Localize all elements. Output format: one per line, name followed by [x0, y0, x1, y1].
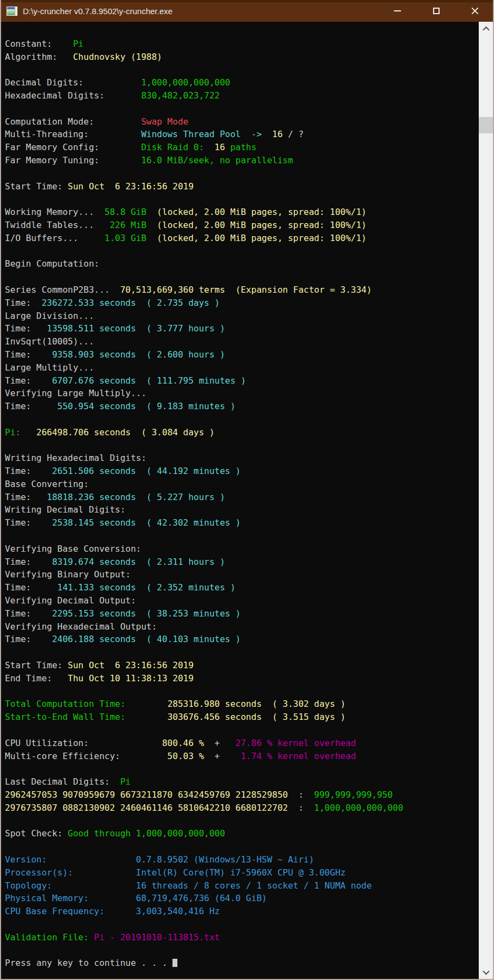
console-text-segment: 285316.980 seconds ( 3.302 days ) [126, 699, 346, 709]
close-button[interactable] [455, 0, 494, 22]
console-text-segment: 9358.903 seconds ( 2.600 hours ) [31, 349, 225, 360]
console-text-segment: Writing Hexadecimal Digits: [5, 453, 146, 463]
console-text-segment: paths [225, 142, 257, 152]
console-line [5, 245, 479, 258]
console-line: Time: 13598.511 seconds ( 3.777 hours ) [5, 322, 479, 335]
maximize-icon [433, 8, 440, 14]
console-text-segment: CPU Base Frequency: [5, 906, 104, 916]
console-app-icon[interactable] [7, 7, 17, 16]
console-text-segment: Disk Raid 0: [141, 142, 214, 152]
scroll-up-button[interactable] [479, 22, 493, 36]
console-text-segment: 2651.506 seconds ( 44.192 minutes ) [31, 466, 240, 476]
scroll-down-button[interactable] [479, 965, 493, 979]
console-text-segment: 58.8 GiB [104, 207, 146, 217]
console-text-segment: Time: [5, 517, 31, 528]
chevron-up-icon [483, 26, 490, 33]
close-icon [471, 7, 479, 15]
console-line: Time: 2295.153 seconds ( 38.253 minutes … [5, 607, 479, 620]
console-text-segment: Working Memory... [5, 207, 104, 217]
console-text-segment: Processor(s): [5, 867, 73, 878]
scrollbar[interactable] [479, 22, 493, 979]
console-text-segment: Multi-Threading: [5, 129, 141, 139]
console-line [5, 646, 479, 659]
console-text-segment: Verifying Decimal Output: [5, 595, 136, 606]
console-text-segment: End Time: [5, 673, 68, 683]
console-line: Validation File: Pi - 20191010-113815.tx… [5, 931, 479, 944]
console-text-segment: 68,719,476,736 (64.0 GiB) [89, 893, 267, 903]
console-text-segment: 141.133 seconds ( 2.352 minutes ) [31, 582, 236, 593]
console-text-segment: Pi - 20191010-113815.txt [94, 932, 220, 942]
console-line: 2976735807 0882130902 2460461146 5810642… [5, 802, 479, 815]
console-text-segment: Sun Oct 6 23:16:56 2019 [68, 181, 194, 192]
console-line: Far Memory Tuning: 16.0 MiB/seek, no par… [5, 154, 479, 167]
console-text-segment: Intel(R) Core(TM) i7-5960X CPU @ 3.00GHz [73, 867, 345, 878]
console-text-segment: (locked, 2.00 MiB pages, spread: 100%/1) [146, 220, 367, 230]
console-line [5, 815, 479, 828]
console-line: Start-to-End Wall Time: 303676.456 secon… [5, 711, 479, 724]
console-line: Multi-Threading: Windows Thread Pool -> … [5, 128, 479, 141]
console-line: Time: 9358.903 seconds ( 2.600 hours ) [5, 348, 479, 361]
console-text-segment: Time: [5, 582, 31, 593]
console-output: Constant: PiAlgorithm: Chudnovsky (1988)… [1, 22, 479, 979]
window-title: D:\y-cruncher v0.7.8.9502\y-cruncher.exe [23, 7, 378, 16]
console-line: Large Multiply... [5, 361, 479, 374]
console-text-segment: / ? [283, 129, 304, 139]
chevron-down-icon [483, 967, 490, 975]
console-text-segment: 800.46 % [89, 738, 204, 748]
console-text-segment: 50.03 % [120, 751, 204, 761]
console-text-segment: Spot Check: [5, 828, 68, 839]
console-line: Processor(s): Intel(R) Core(TM) i7-5960X… [5, 866, 479, 879]
console-text-segment: Large Division... [5, 311, 94, 321]
console-line: Physical Memory: 68,719,476,736 (64.0 Gi… [5, 892, 479, 905]
console-text-segment: 226 MiB [110, 220, 146, 230]
console-text-segment: Topology: [5, 880, 52, 891]
console-text-segment: : [288, 803, 314, 813]
console-line: Version: 0.7.8.9502 (Windows/13-HSW ~ Ai… [5, 853, 479, 866]
console-line [5, 63, 479, 76]
console-line: Multi-core Efficiency: 50.03 % + 1.74 % … [5, 750, 479, 763]
scrollbar-thumb[interactable] [479, 117, 493, 133]
console-line: Verifying Binary Output: [5, 568, 479, 581]
console-line: Time: 2538.145 seconds ( 42.302 minutes … [5, 516, 479, 529]
console-line: Large Division... [5, 310, 479, 323]
console-line: Series CommonP2B3... 70,513,669,360 term… [5, 283, 479, 297]
console-text-segment: 2962457053 9070959679 6673211870 6342459… [5, 790, 288, 800]
console-text-segment: Physical Memory: [5, 893, 89, 903]
console-line: Time: 2651.506 seconds ( 44.192 minutes … [5, 465, 479, 478]
minimize-button[interactable] [378, 0, 417, 22]
console-text-segment: Time: [5, 466, 31, 476]
console-text-segment: 2538.145 seconds ( 42.302 minutes ) [31, 517, 240, 528]
console-text-segment: Twiddle Tables... [5, 220, 110, 230]
console-line: Constant: Pi [5, 38, 479, 51]
console-text-segment: Large Multiply... [5, 362, 94, 373]
console-text-segment: 18818.236 seconds ( 5.227 hours ) [31, 492, 225, 502]
console-text-segment: 70,513,669,360 terms (Expansion Factor =… [120, 285, 372, 295]
console-line: Computation Mode: Swap Mode [5, 115, 479, 128]
console-line: CPU Utilization: 800.46 % + 27.86 % kern… [5, 737, 479, 750]
console-text-segment: Verifying Base Conversion: [5, 544, 141, 554]
console-text-segment: Time: [5, 323, 31, 334]
console-line: Verifying Base Conversion: [5, 543, 479, 556]
console-text-segment: Sun Oct 6 23:16:56 2019 [68, 660, 194, 670]
console-text-segment: Hexadecimal Digits: [5, 90, 141, 101]
console-line: Start Time: Sun Oct 6 23:16:56 2019 [5, 180, 479, 193]
console-line: Time: 550.954 seconds ( 9.183 minutes ) [5, 400, 479, 413]
console-text-segment: 16 [214, 142, 225, 152]
console-line: Press any key to continue . . . [5, 957, 479, 970]
maximize-button[interactable] [417, 0, 455, 22]
console-text-segment: 16.0 MiB/seek, no parallelism [141, 155, 293, 165]
console-line: InvSqrt(10005)... [5, 335, 479, 348]
console-line: Last Decimal Digits: Pi [5, 775, 479, 788]
console-cursor [172, 959, 177, 967]
console-line: Time: 141.133 seconds ( 2.352 minutes ) [5, 581, 479, 594]
console-line: CPU Base Frequency: 3,003,540,416 Hz [5, 905, 479, 918]
console-line: Time: 236272.533 seconds ( 2.735 days ) [5, 297, 479, 310]
console-text-segment: 999,999,999,950 [314, 790, 393, 800]
console-text-segment: 1.74 % kernel overhead [220, 751, 356, 761]
console-line: Working Memory... 58.8 GiB (locked, 2.00… [5, 206, 479, 219]
console-text-segment: I/O Buffers... [5, 233, 104, 243]
console-text-segment: Time: [5, 349, 31, 360]
console-text-segment: 266498.706 seconds ( 3.084 days ) [21, 427, 214, 437]
console-text-segment: Multi-core Efficiency: [5, 751, 120, 761]
console-text-segment: Last Decimal Digits: [5, 776, 120, 787]
